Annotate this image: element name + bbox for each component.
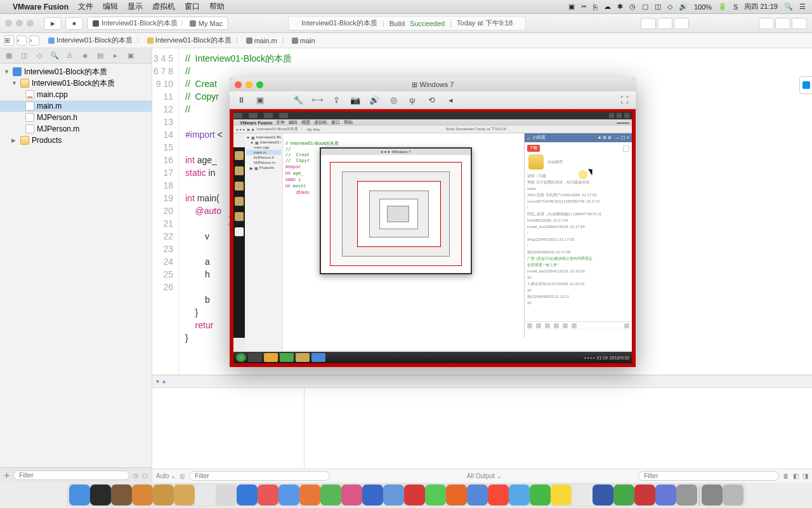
crumb-file[interactable]: main.m xyxy=(246,37,277,44)
tree-products[interactable]: ▶Products xyxy=(0,135,152,146)
cloud-icon[interactable]: ☁ xyxy=(604,3,611,11)
debug-hide-icon[interactable]: ▾ xyxy=(156,378,159,385)
dock-app-icon[interactable] xyxy=(593,485,613,505)
dock-app-icon[interactable] xyxy=(488,485,509,505)
menu-vm[interactable]: 虚拟机 xyxy=(152,1,175,12)
ext-icon[interactable]: ◫ xyxy=(655,3,661,11)
dock-app-icon[interactable] xyxy=(132,485,153,505)
scheme-selector[interactable]: Interview01-Block的本质 〉 My Mac xyxy=(87,17,228,30)
left-pane-icon[interactable]: ◧ xyxy=(793,472,799,479)
output-selector[interactable]: All Output ⌄ xyxy=(467,472,502,479)
minimize-icon[interactable] xyxy=(16,20,23,27)
dock-app-icon[interactable] xyxy=(425,485,446,505)
tv-side-icon[interactable] xyxy=(235,151,244,160)
vm-disc-icon[interactable]: ◎ xyxy=(387,94,400,107)
vm-sound-icon[interactable]: 🔊 xyxy=(368,94,381,107)
tv-side-icon[interactable] xyxy=(235,227,244,236)
dock-app-icon[interactable] xyxy=(404,485,425,505)
tv-side-icon[interactable] xyxy=(235,182,244,190)
vm-minimize-icon[interactable] xyxy=(246,81,252,88)
source-nav-icon[interactable]: ◫ xyxy=(19,51,29,61)
chat-input-area[interactable] xyxy=(525,321,632,338)
spotlight-icon[interactable]: 🔍 xyxy=(784,3,793,11)
tree-project[interactable]: ▼Interview01-Block的本质 xyxy=(0,66,152,77)
vm-zoom-icon[interactable] xyxy=(256,81,263,88)
dock-inner[interactable] xyxy=(67,483,746,507)
report-nav-icon[interactable]: ▣ xyxy=(126,51,136,61)
test-nav-icon[interactable]: ◈ xyxy=(80,51,90,61)
dock-app-icon[interactable] xyxy=(530,485,551,505)
display-icon[interactable]: ▢ xyxy=(642,3,648,11)
navigator-toggle[interactable] xyxy=(759,18,774,29)
menu-window[interactable]: 窗口 xyxy=(185,1,200,12)
input-icon[interactable]: S xyxy=(733,3,738,11)
start-button[interactable] xyxy=(236,353,246,362)
vm-snapshot-icon[interactable]: ▣ xyxy=(254,94,266,107)
stop-button[interactable]: ■ xyxy=(65,17,83,30)
tree-group[interactable]: ▼Interview01-Block的本质 xyxy=(0,77,152,89)
dock-app-icon[interactable] xyxy=(90,485,111,505)
symbol-nav-icon[interactable]: ◇ xyxy=(34,51,44,61)
dock-app-icon[interactable] xyxy=(383,485,404,505)
find-nav-icon[interactable]: 🔍 xyxy=(49,51,60,61)
system-tray[interactable]: ▪ ▪ ▪ ▪ 21:19 2018/5/10 xyxy=(585,356,629,360)
taskbar-item[interactable] xyxy=(248,353,262,362)
crumb-group[interactable]: Interview01-Block的本质 xyxy=(147,36,232,45)
tv-side-icon[interactable] xyxy=(235,212,244,221)
taskbar-item[interactable] xyxy=(296,353,310,362)
dock-app-icon[interactable] xyxy=(216,485,237,505)
screen-rec-icon[interactable]: ▣ xyxy=(568,3,575,11)
dock-app-icon[interactable] xyxy=(237,485,258,505)
project-nav-icon[interactable]: ▦ xyxy=(4,51,14,61)
dock-app-icon[interactable] xyxy=(153,485,174,505)
tv-side-icon[interactable] xyxy=(235,197,244,206)
tree-file-main-m[interactable]: main.m xyxy=(0,100,152,112)
menu-file[interactable]: 文件 xyxy=(78,1,93,12)
wifi-icon[interactable]: ◇ xyxy=(667,3,672,11)
crumb-project[interactable]: Interview01-Block的本质 xyxy=(48,36,133,45)
vars-filter[interactable] xyxy=(189,471,330,481)
vm-close-icon[interactable] xyxy=(235,81,242,88)
dock-app-icon[interactable] xyxy=(195,485,216,505)
dock-app-icon[interactable] xyxy=(572,485,593,505)
menu-view[interactable]: 显示 xyxy=(128,1,143,12)
dock-app-icon[interactable] xyxy=(723,485,743,505)
app-name[interactable]: VMware Fusion xyxy=(13,3,69,11)
battery-icon[interactable]: 🔋 xyxy=(718,3,727,11)
notification-icon[interactable]: ☰ xyxy=(799,3,806,11)
crumb-symbol[interactable]: main xyxy=(292,37,315,44)
recent-filter-icon[interactable]: ◷ xyxy=(133,472,138,479)
zoom-icon[interactable] xyxy=(27,20,34,27)
navigator-filter[interactable] xyxy=(13,471,129,480)
standard-editor-button[interactable] xyxy=(641,18,656,29)
console-filter[interactable] xyxy=(638,471,779,481)
tree-file-person-m[interactable]: MJPerson.m xyxy=(0,123,152,135)
dock-app-icon[interactable] xyxy=(676,485,697,505)
chat-header[interactable]: ⌂小码哥 ★ ⚙ ⊕ — ▢ × xyxy=(525,133,632,142)
tree-file-cpp[interactable]: main.cpp xyxy=(0,89,152,100)
dock-app-icon[interactable] xyxy=(551,485,572,505)
add-icon[interactable]: + xyxy=(4,470,10,481)
dock-app-icon[interactable] xyxy=(613,485,634,505)
windows-taskbar[interactable]: ▪ ▪ ▪ ▪ 21:19 2018/5/10 xyxy=(233,352,632,363)
tv-side-icon[interactable] xyxy=(235,166,244,175)
right-pane-icon[interactable]: ◨ xyxy=(802,472,808,479)
assistant-editor-button[interactable] xyxy=(657,18,672,29)
related-items-icon[interactable]: ⊞ xyxy=(4,36,14,46)
vm-network-icon[interactable]: ⟲ xyxy=(425,94,438,107)
vm-camera-icon[interactable]: 📷 xyxy=(349,94,362,107)
dock-app-icon[interactable] xyxy=(111,485,132,505)
copy-icon[interactable]: ⎘ xyxy=(593,3,598,11)
vm-share-icon[interactable]: ⇪ xyxy=(330,94,343,107)
menu-edit[interactable]: 编辑 xyxy=(103,1,118,12)
dock-app-icon[interactable] xyxy=(702,485,723,505)
dock-app-icon[interactable] xyxy=(258,485,278,505)
chat-body[interactable]: 下载 自由模式 讲师：问题书校 关于前面的演讲，有问题请演讲。staticXMG… xyxy=(525,142,632,309)
dock-app-icon[interactable] xyxy=(467,485,488,505)
vm-content[interactable]: VMware Fusion 文件 编辑 视图 虚拟机 窗口 帮助 ▪▪▪▪▪▪▪… xyxy=(230,109,636,367)
dock-app-icon[interactable] xyxy=(174,485,195,505)
volume-icon[interactable]: 🔊 xyxy=(679,3,688,11)
vm-settings-icon[interactable]: 🔧 xyxy=(292,94,304,107)
teamviewer-topbar[interactable] xyxy=(233,112,632,119)
dock-app-icon[interactable] xyxy=(655,485,676,505)
